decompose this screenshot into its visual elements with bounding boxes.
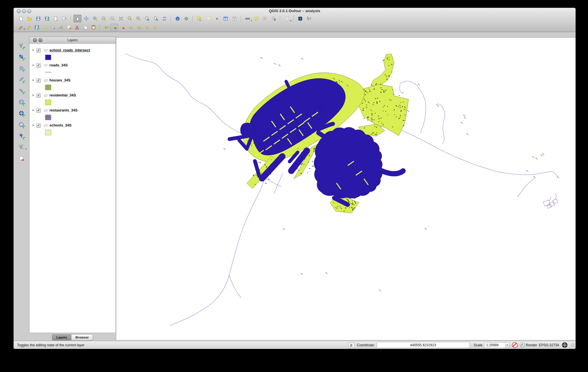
add-feature-button[interactable] [41,24,49,31]
add-wfs-layer-button[interactable] [17,120,26,129]
add-mssql-layer-button[interactable] [17,87,26,95]
zoom-out-button[interactable] [99,15,108,23]
zoom-to-selection-button[interactable] [125,15,134,23]
composer-manager-button[interactable] [60,15,68,23]
zoom-in-button[interactable] [91,15,99,23]
resize-grip[interactable] [571,343,575,347]
deselect-features-button[interactable] [204,15,212,23]
text-annotation-button[interactable]: T▾ [283,15,291,23]
zoom-full-button[interactable] [117,15,125,23]
layer-visibility-checkbox[interactable]: ✓ [36,78,41,83]
save-project-button[interactable] [34,15,42,23]
label-rotate-button[interactable]: abc [135,24,142,31]
layer-row-schools_34S[interactable]: ▼✓schools_34S [31,122,114,129]
pan-to-selection-button[interactable] [82,15,90,23]
new-bookmark-button[interactable] [261,15,269,23]
zoom-next-button[interactable] [151,15,160,23]
map-canvas[interactable] [116,37,576,340]
house-mark [370,109,371,110]
stop-render-icon[interactable] [512,342,518,348]
node-tool-button[interactable] [57,24,65,31]
remove-layer-button[interactable] [17,154,26,162]
layer-row-roads_34S[interactable]: ▼✓roads_34S [31,62,114,68]
label-move-button[interactable]: abc [127,24,134,31]
layer-visibility-checkbox[interactable]: ✓ [36,48,41,53]
help-contents-button[interactable]: ? [296,15,304,23]
zoom-to-layer-button[interactable] [134,15,142,23]
measure-line-button[interactable]: ▾ [243,15,252,23]
disclosure-triangle-icon[interactable]: ▼ [32,94,35,97]
new-project-button[interactable] [17,15,25,23]
layer-swatch[interactable] [45,115,51,120]
add-spatialite-layer-button[interactable] [17,75,26,83]
layer-swatch-line[interactable] [45,72,51,72]
cut-features-button[interactable] [73,24,81,31]
layer-row-restaurants_34S[interactable]: ▼✓restaurants_34S [31,107,114,114]
whats-this-button[interactable]: ? [305,15,313,23]
map-tips-button[interactable] [252,15,260,23]
save-project-as-button[interactable] [43,15,51,23]
labeling-button[interactable]: abc [102,24,110,31]
add-wms-layer-button[interactable] [17,98,26,106]
house-mark [363,108,364,109]
select-features-button[interactable] [195,15,204,23]
label-properties-button[interactable]: abc [151,24,158,31]
label-pin-button[interactable]: ab [110,24,118,31]
disclosure-triangle-icon[interactable]: ▼ [32,109,35,112]
new-shapefile-layer-button[interactable]: ▾ [17,143,26,151]
copy-features-button[interactable] [82,24,89,31]
layer-visibility-checkbox[interactable]: ✓ [36,108,41,113]
render-checkbox[interactable]: ✓ [520,343,524,347]
toggle-editing-button[interactable] [25,24,32,31]
label-change-icon: abc [144,24,150,30]
layer-swatch[interactable] [45,55,51,60]
zoom-native-button[interactable]: 1:1 [108,15,116,23]
label-change-button[interactable]: abc [143,24,150,31]
refresh-map-button[interactable] [160,15,168,23]
coordinate-input[interactable] [377,342,470,348]
open-project-button[interactable] [25,15,34,23]
open-attribute-table-button[interactable] [221,15,230,23]
add-oracle-layer-button[interactable] [17,132,26,140]
layer-swatch[interactable] [45,85,51,90]
select-by-expression-button[interactable]: ε [213,15,221,23]
disclosure-triangle-icon[interactable]: ▼ [32,49,35,52]
delete-selected-button[interactable] [65,24,73,31]
layer-swatch[interactable] [45,130,51,135]
house-speck [368,102,369,103]
zoom-last-button[interactable] [143,15,151,23]
save-layer-edits-button[interactable] [33,24,40,31]
new-print-composer-button[interactable] [51,15,60,23]
tab-browser[interactable]: Browser [71,334,93,341]
run-feature-action-button[interactable] [182,15,190,23]
add-wcs-layer-button[interactable] [17,109,26,117]
layer-name: residential_34S [49,93,76,97]
identify-features-button[interactable]: i [173,15,182,23]
add-raster-layer-button[interactable] [17,53,26,61]
layer-visibility-checkbox[interactable]: ✓ [36,93,41,98]
tab-layers[interactable]: Layers [52,334,71,341]
layer-visibility-checkbox[interactable]: ✓ [36,123,41,128]
coordinate-extent-toggle-icon[interactable] [348,342,355,348]
add-postgis-layer-button[interactable] [17,64,26,72]
disclosure-triangle-icon[interactable]: ▼ [32,124,35,127]
layer-row-houses_34S[interactable]: ▼✓houses_34S [31,77,114,83]
move-feature-button[interactable] [49,24,57,31]
disclosure-triangle-icon[interactable]: ▼ [32,64,35,67]
layer-row-residential_34S[interactable]: ▼✓residential_34S [31,92,114,98]
layer-row-school_roads_intersect[interactable]: ▼✓school_roads_intersect [31,47,114,53]
layer-visibility-checkbox[interactable]: ✓ [36,63,41,68]
scale-combo[interactable]: 1:29988 ▾ [484,342,510,348]
layer-swatch[interactable] [45,100,51,105]
disclosure-triangle-icon[interactable]: ▼ [32,79,35,82]
house-speck [279,65,280,65]
field-calculator-button[interactable] [230,15,238,23]
current-edits-button[interactable]: ▾ [17,24,24,31]
add-vector-layer-button[interactable] [17,42,26,50]
label-show-hide-button[interactable]: ab [119,24,126,31]
paste-features-button[interactable] [90,24,97,31]
pan-map-button[interactable] [73,15,82,23]
crs-status-icon[interactable] [562,342,567,348]
show-bookmarks-button[interactable] [269,15,278,23]
paste-features-icon [90,24,97,30]
